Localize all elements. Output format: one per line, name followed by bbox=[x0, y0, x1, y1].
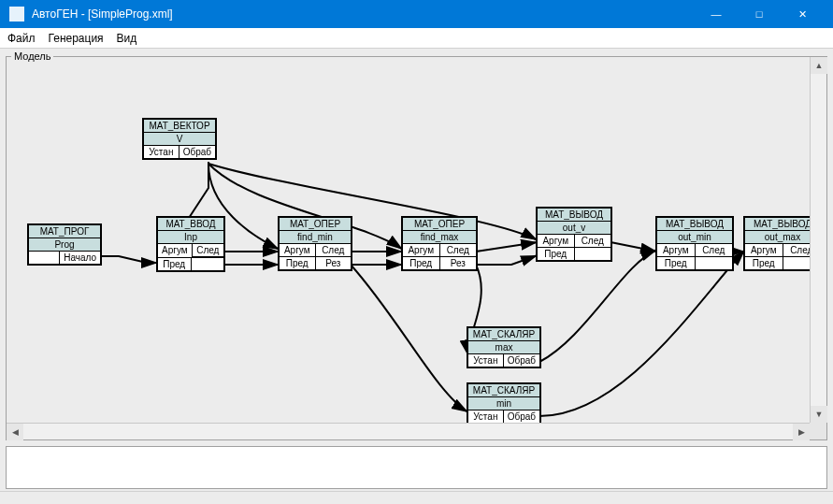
scroll-up-icon[interactable]: ▲ bbox=[811, 57, 827, 74]
workspace: Модель bbox=[0, 49, 833, 504]
port-prev[interactable]: Пред bbox=[403, 257, 439, 269]
node-out-v[interactable]: МАТ_ВЫВОД out_v Аргум След Пред bbox=[536, 207, 612, 262]
node-scalar-min[interactable]: МАТ_СКАЛЯР min Устан Обраб bbox=[467, 382, 541, 423]
menu-file[interactable]: Файл bbox=[7, 32, 36, 45]
model-fieldset-label: Модель bbox=[11, 50, 53, 62]
port-proc[interactable]: Обраб bbox=[503, 410, 539, 423]
port-prev[interactable]: Пред bbox=[280, 257, 315, 269]
menu-bar: Файл Генерация Вид bbox=[0, 28, 833, 49]
port-set[interactable]: Устан bbox=[468, 410, 503, 423]
node-name: V bbox=[144, 133, 215, 146]
node-out-max[interactable]: МАТ_ВЫВОД out_max Аргум След Пред bbox=[743, 216, 810, 271]
scroll-corner bbox=[810, 423, 826, 439]
node-title: МАТ_ОПЕР bbox=[403, 218, 476, 231]
node-out-min[interactable]: МАТ_ВЫВОД out_min Аргум След Пред bbox=[655, 216, 734, 271]
port-next[interactable]: След bbox=[783, 244, 811, 256]
node-title: МАТ_ВЫВОД bbox=[745, 218, 810, 231]
close-button[interactable]: ✕ bbox=[781, 0, 824, 28]
app-icon bbox=[9, 7, 24, 22]
port-arg[interactable]: Аргум bbox=[657, 244, 695, 256]
output-textarea[interactable] bbox=[6, 446, 827, 489]
diagram-canvas[interactable]: МАТ_ПРОГ Prog Начало МАТ_ВЕКТОР V Устан … bbox=[7, 57, 810, 423]
horizontal-scrollbar[interactable]: ◀ ▶ bbox=[7, 423, 810, 439]
node-name: out_max bbox=[745, 231, 810, 244]
node-title: МАТ_ВЕКТОР bbox=[144, 120, 215, 133]
node-title: МАТ_ВЫВОД bbox=[538, 209, 610, 222]
node-name: max bbox=[468, 341, 539, 354]
node-input[interactable]: МАТ_ВВОД Inp Аргум След Пред bbox=[156, 216, 225, 272]
port-res[interactable]: Рез bbox=[439, 257, 477, 269]
port[interactable] bbox=[191, 258, 224, 270]
port-proc[interactable]: Обраб bbox=[179, 146, 215, 158]
node-op-max[interactable]: МАТ_ОПЕР find_max Аргум След Пред Рез bbox=[401, 216, 478, 271]
port[interactable] bbox=[574, 248, 611, 260]
port-prev[interactable]: Пред bbox=[657, 257, 695, 269]
node-name: find_min bbox=[280, 231, 351, 244]
node-name: out_v bbox=[538, 222, 610, 235]
scroll-right-icon[interactable]: ▶ bbox=[793, 424, 810, 440]
node-name: min bbox=[468, 397, 539, 410]
port-arg[interactable]: Аргум bbox=[538, 235, 574, 247]
title-bar: АвтоГЕН - [SimpleProg.xml] — □ ✕ bbox=[0, 0, 833, 28]
node-name: out_min bbox=[657, 231, 732, 244]
node-title: МАТ_СКАЛЯР bbox=[468, 384, 539, 397]
vertical-scrollbar[interactable]: ▲ ▼ bbox=[810, 57, 826, 423]
port[interactable] bbox=[695, 257, 733, 269]
window-title: АвтоГЕН - [SimpleProg.xml] bbox=[32, 7, 695, 21]
port-start[interactable]: Начало bbox=[59, 252, 100, 264]
port-next[interactable]: След bbox=[439, 244, 477, 256]
port-set[interactable]: Устан bbox=[468, 354, 503, 367]
node-title: МАТ_ВВОД bbox=[158, 218, 223, 231]
menu-view[interactable]: Вид bbox=[117, 32, 137, 45]
node-title: МАТ_ОПЕР bbox=[280, 218, 351, 231]
port-next[interactable]: След bbox=[695, 244, 733, 256]
node-name: Prog bbox=[29, 238, 100, 252]
port-res[interactable]: Рез bbox=[315, 257, 352, 269]
port-prev[interactable]: Пред bbox=[158, 258, 191, 270]
port-arg[interactable]: Аргум bbox=[403, 244, 439, 256]
port-set[interactable]: Устан bbox=[144, 146, 179, 158]
node-scalar-max[interactable]: МАТ_СКАЛЯР max Устан Обраб bbox=[467, 326, 541, 368]
port-arg[interactable]: Аргум bbox=[280, 244, 315, 256]
node-title: МАТ_ПРОГ bbox=[29, 225, 100, 238]
node-title: МАТ_СКАЛЯР bbox=[468, 328, 539, 341]
node-name: find_max bbox=[403, 231, 476, 244]
scroll-left-icon[interactable]: ◀ bbox=[7, 424, 23, 440]
scroll-down-icon[interactable]: ▼ bbox=[811, 406, 827, 423]
node-op-min[interactable]: МАТ_ОПЕР find_min Аргум След Пред Рез bbox=[278, 216, 352, 271]
status-bar bbox=[0, 491, 833, 504]
port[interactable] bbox=[29, 252, 59, 264]
port-next[interactable]: След bbox=[315, 244, 352, 256]
port-arg[interactable]: Аргум bbox=[745, 244, 783, 256]
port-proc[interactable]: Обраб bbox=[503, 354, 539, 367]
canvas-frame: МАТ_ПРОГ Prog Начало МАТ_ВЕКТОР V Устан … bbox=[6, 56, 827, 440]
node-title: МАТ_ВЫВОД bbox=[657, 218, 732, 231]
port[interactable] bbox=[783, 257, 811, 269]
menu-generation[interactable]: Генерация bbox=[49, 32, 104, 45]
port-next[interactable]: След bbox=[192, 244, 223, 257]
node-name: Inp bbox=[158, 231, 223, 244]
port-prev[interactable]: Пред bbox=[745, 257, 783, 269]
port-next[interactable]: След bbox=[574, 235, 611, 247]
node-prog[interactable]: МАТ_ПРОГ Prog Начало bbox=[27, 223, 102, 266]
port-prev[interactable]: Пред bbox=[538, 248, 574, 260]
node-vector[interactable]: МАТ_ВЕКТОР V Устан Обраб bbox=[142, 118, 217, 160]
maximize-button[interactable]: □ bbox=[738, 0, 781, 28]
port-arg[interactable]: Аргум bbox=[158, 244, 192, 257]
minimize-button[interactable]: — bbox=[695, 0, 738, 28]
